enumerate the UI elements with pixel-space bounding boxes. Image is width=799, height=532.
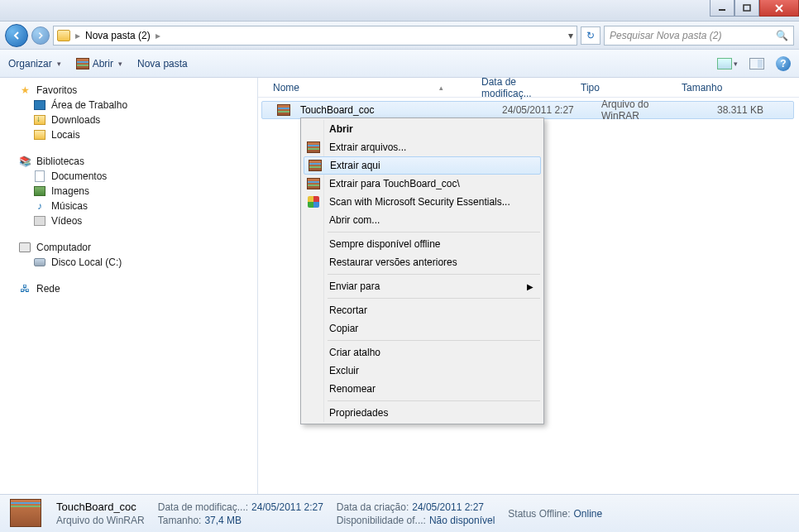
column-date[interactable]: Data de modificaç... [475,76,574,99]
cm-open[interactable]: Abrir [303,120,542,138]
network-icon: 🖧 [18,283,31,295]
sidebar-libraries[interactable]: 📚Bibliotecas [0,154,257,169]
column-type[interactable]: Tipo [574,82,675,93]
sort-indicator-icon: ▴ [439,84,443,92]
rar-icon [76,58,89,69]
address-bar-row: ▸ Nova pasta (2) ▸ ▾ ↻ Pesquisar Nova pa… [0,22,799,50]
shield-icon [308,196,319,208]
nav-back-button[interactable] [5,24,28,47]
column-headers: Nome▴ Data de modificaç... Tipo Tamanho [258,78,799,98]
refresh-button[interactable]: ↻ [581,26,600,45]
view-menu[interactable]: ▾ [717,58,738,69]
minimize-button[interactable] [710,0,734,17]
rar-icon [277,104,290,116]
documents-icon [35,170,45,182]
pictures-icon [34,186,45,196]
cm-create-shortcut[interactable]: Criar atalho [303,343,542,362]
preview-pane-button[interactable] [749,58,764,69]
cm-always-offline[interactable]: Sempre disponível offline [303,235,542,253]
navigation-pane: ★Favoritos Área de Trabalho Downloads Lo… [0,78,258,494]
places-icon [34,130,45,140]
folder-icon [57,30,70,41]
titlebar [0,0,799,22]
details-created-value: 24/05/2011 2:27 [412,501,484,513]
file-row[interactable]: TouchBoard_coc 24/05/2011 2:27 Arquivo d… [261,101,794,119]
sidebar-computer[interactable]: Computador [0,240,257,255]
sidebar-desktop[interactable]: Área de Trabalho [0,98,257,113]
address-dropdown-icon[interactable]: ▾ [568,30,573,41]
address-field[interactable]: ▸ Nova pasta (2) ▸ ▾ [53,26,577,46]
sidebar-network[interactable]: 🖧Rede [0,281,257,296]
details-file-type: Arquivo do WinRAR [56,515,145,526]
cm-open-with[interactable]: Abrir com... [303,211,542,229]
cm-copy[interactable]: Copiar [303,319,542,338]
file-size: 38.311 KB [696,104,770,116]
star-icon: ★ [18,84,31,96]
cm-send-to[interactable]: Enviar para▶ [303,277,542,295]
downloads-icon [34,115,45,125]
sidebar-places[interactable]: Locais [0,127,257,142]
sidebar-pictures[interactable]: Imagens [0,184,257,199]
desktop-icon [34,100,45,110]
help-button[interactable]: ? [776,56,791,71]
file-date: 24/05/2011 2:27 [495,104,595,116]
rar-icon [309,160,322,171]
sidebar-videos[interactable]: Vídeos [0,213,257,228]
file-name: TouchBoard_coc [294,104,495,116]
new-folder-button[interactable]: Nova pasta [137,58,188,69]
view-icon [717,58,732,69]
cm-extract-to[interactable]: Extrair para TouchBoard_coc\ [303,175,542,193]
close-button[interactable] [759,0,799,17]
details-modified-value: 24/05/2011 2:27 [251,501,323,513]
details-file-name: TouchBoard_coc [56,501,145,513]
nav-forward-button[interactable] [31,26,50,45]
disk-icon [34,258,45,266]
sidebar-favorites[interactable]: ★Favoritos [0,83,257,98]
cm-properties[interactable]: Propriedades [303,404,542,422]
svg-rect-1 [744,5,750,11]
details-created-label: Data da criação: [337,501,409,513]
rar-icon [307,141,320,153]
toolbar: Organizar Abrir Nova pasta ▾ ? [0,50,799,78]
open-menu[interactable]: Abrir [76,58,122,69]
cm-extract-here[interactable]: Extrair aqui [304,156,541,175]
details-offline-value: Online [573,508,602,520]
submenu-arrow-icon: ▶ [527,282,533,291]
details-availability-value: Não disponível [429,515,495,526]
details-modified-label: Data de modificaç...: [158,501,248,513]
videos-icon [34,216,45,226]
details-offline-label: Status Offline: [508,508,570,520]
details-availability-label: Disponibilidade of...: [337,515,426,526]
sidebar-downloads[interactable]: Downloads [0,113,257,127]
sidebar-documents[interactable]: Documentos [0,169,257,184]
computer-icon [19,242,31,252]
sidebar-local-disk[interactable]: Disco Local (C:) [0,255,257,270]
cm-restore-previous[interactable]: Restaurar versões anteriores [303,253,542,271]
rar-icon [307,178,320,189]
address-path: Nova pasta (2) [85,30,151,41]
maximize-button[interactable] [734,0,759,17]
libraries-icon: 📚 [18,156,31,167]
column-size[interactable]: Tamanho [675,82,749,93]
column-name[interactable]: Nome▴ [266,82,475,93]
details-size-value: 37,4 MB [204,515,242,526]
search-field[interactable]: Pesquisar Nova pasta (2) 🔍 [604,26,794,46]
organize-menu[interactable]: Organizar [8,58,61,69]
details-pane: TouchBoard_coc Arquivo do WinRAR Data de… [0,494,799,532]
cm-scan[interactable]: Scan with Microsoft Security Essentials.… [303,193,542,211]
sidebar-music[interactable]: ♪Músicas [0,199,257,213]
search-placeholder: Pesquisar Nova pasta (2) [610,30,721,41]
cm-cut[interactable]: Recortar [303,301,542,319]
cm-rename[interactable]: Renomear [303,380,542,398]
cm-delete[interactable]: Excluir [303,362,542,380]
file-type: Arquivo do WinRAR [595,98,696,122]
context-menu: Abrir Extrair arquivos... Extrair aqui E… [300,117,544,424]
search-icon: 🔍 [776,30,788,41]
music-icon: ♪ [33,200,46,212]
details-size-label: Tamanho: [158,515,202,526]
cm-extract-files[interactable]: Extrair arquivos... [303,138,542,156]
file-thumbnail [10,499,43,529]
